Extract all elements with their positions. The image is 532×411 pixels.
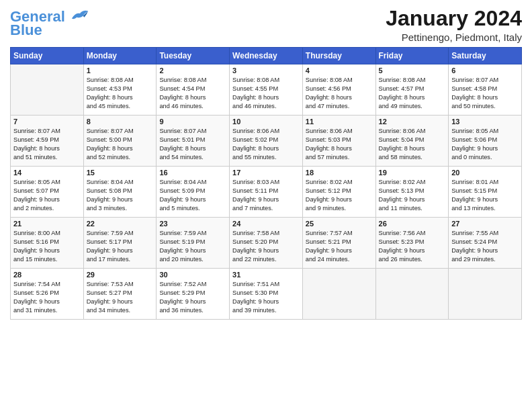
cell-text-line: Daylight: 8 hours: [379, 93, 446, 102]
day-number: 15: [87, 169, 154, 177]
location: Pettinengo, Piedmont, Italy: [386, 32, 522, 43]
calendar-week-row: 1Sunrise: 8:08 AMSunset: 4:53 PMDaylight…: [11, 64, 522, 116]
cell-text-line: and 20 minutes.: [159, 255, 226, 264]
cell-text-line: Sunset: 5:12 PM: [306, 187, 373, 195]
cell-text-line: Sunrise: 8:04 AM: [87, 178, 154, 187]
calendar-cell: [11, 64, 84, 116]
cell-text-line: and 31 minutes.: [13, 306, 81, 315]
day-number: 11: [306, 118, 373, 126]
calendar-cell: 20Sunrise: 8:01 AMSunset: 5:15 PMDayligh…: [449, 167, 522, 218]
cell-text-line: Sunrise: 8:07 AM: [87, 127, 154, 136]
calendar-cell: 31Sunrise: 7:51 AMSunset: 5:30 PMDayligh…: [230, 269, 303, 320]
cell-text-line: Sunset: 4:59 PM: [13, 136, 81, 144]
day-number: 20: [451, 169, 519, 177]
calendar-cell: 29Sunrise: 7:53 AMSunset: 5:27 PMDayligh…: [83, 269, 157, 320]
cell-text-line: and 36 minutes.: [159, 306, 226, 315]
cell-text-line: and 5 minutes.: [159, 204, 226, 213]
cell-text-line: Sunrise: 8:06 AM: [306, 127, 373, 136]
cell-text-line: Sunrise: 8:07 AM: [13, 127, 81, 136]
cell-text-line: Sunrise: 8:08 AM: [306, 76, 373, 85]
day-number: 31: [232, 271, 300, 279]
calendar-cell: 6Sunrise: 8:07 AMSunset: 4:58 PMDaylight…: [449, 64, 522, 116]
day-number: 6: [451, 66, 519, 75]
calendar-cell: 21Sunrise: 8:00 AMSunset: 5:16 PMDayligh…: [11, 218, 84, 269]
cell-text-line: Sunrise: 7:54 AM: [13, 280, 81, 289]
cell-text-line: Sunrise: 8:03 AM: [232, 178, 300, 187]
calendar-cell: 28Sunrise: 7:54 AMSunset: 5:26 PMDayligh…: [11, 269, 84, 320]
calendar-cell: 11Sunrise: 8:06 AMSunset: 5:03 PMDayligh…: [302, 116, 375, 167]
cell-text-line: Daylight: 9 hours: [159, 195, 226, 204]
calendar-cell: 26Sunrise: 7:56 AMSunset: 5:23 PMDayligh…: [375, 218, 449, 269]
cell-text-line: and 13 minutes.: [451, 204, 519, 213]
day-number: 16: [159, 169, 226, 177]
day-number: 17: [232, 169, 300, 177]
calendar-cell: 30Sunrise: 7:52 AMSunset: 5:29 PMDayligh…: [157, 269, 230, 320]
day-number: 28: [13, 271, 81, 279]
cell-text-line: Sunset: 5:04 PM: [379, 136, 446, 144]
calendar-cell: 12Sunrise: 8:06 AMSunset: 5:04 PMDayligh…: [375, 116, 449, 167]
cell-text-line: Daylight: 8 hours: [13, 144, 81, 153]
cell-text-line: Sunrise: 8:06 AM: [379, 127, 446, 136]
cell-text-line: Sunset: 5:29 PM: [159, 289, 226, 298]
cell-text-line: and 24 minutes.: [306, 255, 373, 264]
day-number: 2: [159, 66, 226, 75]
day-number: 14: [13, 169, 81, 177]
calendar-cell: 23Sunrise: 7:59 AMSunset: 5:19 PMDayligh…: [157, 218, 230, 269]
day-header-wednesday: Wednesday: [230, 48, 303, 64]
cell-text-line: Sunset: 5:17 PM: [87, 238, 154, 246]
cell-text-line: Sunset: 5:01 PM: [159, 136, 226, 144]
cell-text-line: Daylight: 8 hours: [306, 93, 373, 102]
day-header-saturday: Saturday: [449, 48, 522, 64]
cell-text-line: Sunset: 4:57 PM: [379, 85, 446, 93]
day-number: 12: [379, 118, 446, 126]
logo-bird-icon: [71, 7, 89, 21]
cell-text-line: Daylight: 8 hours: [159, 144, 226, 153]
calendar-cell: 2Sunrise: 8:08 AMSunset: 4:54 PMDaylight…: [157, 64, 230, 116]
cell-text-line: Sunset: 5:03 PM: [306, 136, 373, 144]
cell-text-line: Sunrise: 8:08 AM: [232, 76, 300, 85]
calendar-cell: 5Sunrise: 8:08 AMSunset: 4:57 PMDaylight…: [375, 64, 449, 116]
calendar-cell: 13Sunrise: 8:05 AMSunset: 5:06 PMDayligh…: [449, 116, 522, 167]
cell-text-line: and 51 minutes.: [13, 153, 81, 162]
cell-text-line: Sunrise: 8:00 AM: [13, 229, 81, 238]
cell-text-line: Daylight: 9 hours: [232, 195, 300, 204]
cell-text-line: Daylight: 9 hours: [87, 298, 154, 306]
cell-text-line: Sunset: 5:20 PM: [232, 238, 300, 246]
day-header-friday: Friday: [375, 48, 449, 64]
cell-text-line: Daylight: 9 hours: [13, 298, 81, 306]
day-number: 13: [451, 118, 519, 126]
cell-text-line: Sunset: 4:56 PM: [306, 85, 373, 93]
calendar-cell: [302, 269, 375, 320]
calendar-cell: [449, 269, 522, 320]
cell-text-line: Sunset: 5:06 PM: [451, 136, 519, 144]
day-number: 18: [306, 169, 373, 177]
cell-text-line: and 54 minutes.: [159, 153, 226, 162]
cell-text-line: and 0 minutes.: [451, 153, 519, 162]
calendar-cell: 3Sunrise: 8:08 AMSunset: 4:55 PMDaylight…: [230, 64, 303, 116]
cell-text-line: Daylight: 8 hours: [87, 93, 154, 102]
cell-text-line: and 57 minutes.: [306, 153, 373, 162]
calendar-cell: 17Sunrise: 8:03 AMSunset: 5:11 PMDayligh…: [230, 167, 303, 218]
day-header-sunday: Sunday: [11, 48, 84, 64]
cell-text-line: Sunset: 5:16 PM: [13, 238, 81, 246]
cell-text-line: Sunset: 5:24 PM: [451, 238, 519, 246]
cell-text-line: Daylight: 8 hours: [232, 144, 300, 153]
cell-text-line: Sunrise: 7:53 AM: [87, 280, 154, 289]
day-header-thursday: Thursday: [302, 48, 375, 64]
cell-text-line: Sunset: 5:21 PM: [306, 238, 373, 246]
cell-text-line: Sunrise: 7:59 AM: [87, 229, 154, 238]
cell-text-line: Daylight: 8 hours: [379, 144, 446, 153]
cell-text-line: and 9 minutes.: [306, 204, 373, 213]
calendar-cell: 19Sunrise: 8:02 AMSunset: 5:13 PMDayligh…: [375, 167, 449, 218]
day-number: 29: [87, 271, 154, 279]
cell-text-line: Daylight: 9 hours: [379, 246, 446, 255]
cell-text-line: Sunrise: 8:05 AM: [13, 178, 81, 187]
day-number: 27: [451, 220, 519, 228]
cell-text-line: Daylight: 9 hours: [232, 298, 300, 306]
day-number: 7: [13, 118, 81, 126]
cell-text-line: Sunset: 5:09 PM: [159, 187, 226, 195]
calendar-week-row: 14Sunrise: 8:05 AMSunset: 5:07 PMDayligh…: [11, 167, 522, 218]
calendar-cell: 7Sunrise: 8:07 AMSunset: 4:59 PMDaylight…: [11, 116, 84, 167]
cell-text-line: and 45 minutes.: [87, 102, 154, 111]
calendar-cell: 24Sunrise: 7:58 AMSunset: 5:20 PMDayligh…: [230, 218, 303, 269]
